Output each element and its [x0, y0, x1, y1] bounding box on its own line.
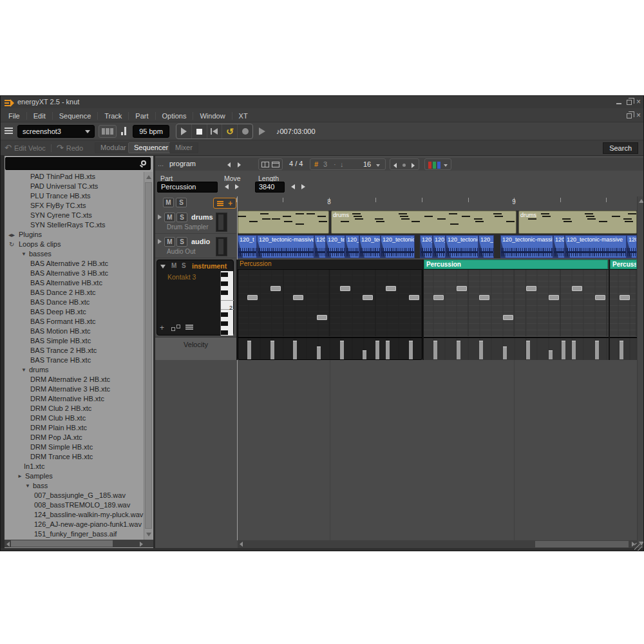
audio-clip[interactable]: 120_t: [345, 235, 359, 258]
move-right-icon[interactable]: [235, 184, 239, 189]
browser-item[interactable]: BAS Trance 2 HB.xtc: [5, 346, 144, 355]
doc-restore-button[interactable]: [627, 113, 632, 118]
velocity-bar[interactable]: [503, 346, 507, 359]
browser-item[interactable]: SFX FlyBy TC.xts: [5, 201, 144, 211]
close-button[interactable]: ×: [636, 98, 641, 106]
midi-note[interactable]: [317, 315, 327, 320]
browser-item[interactable]: BAS Dance 2 HB.xtc: [5, 288, 144, 298]
program-label[interactable]: program: [169, 160, 196, 167]
undo-icon[interactable]: ↶: [5, 143, 12, 153]
browser-item[interactable]: DRM Simple HB.xtc: [5, 442, 144, 452]
velocity-bar[interactable]: [572, 341, 576, 359]
color-dropdown-icon[interactable]: [444, 164, 448, 167]
midi-note[interactable]: [457, 286, 467, 291]
audio-clip[interactable]: 120_tectonic-massive: [565, 235, 627, 258]
length-decrease-icon[interactable]: [291, 184, 295, 189]
audio-clip[interactable]: 120_tectonic: [446, 235, 478, 258]
part-header[interactable]: Percussion: [424, 260, 608, 269]
midi-note[interactable]: [340, 286, 350, 291]
length-input[interactable]: 3840: [255, 182, 285, 193]
part-header[interactable]: Percussion: [610, 260, 637, 269]
level-meter-icon[interactable]: [121, 126, 126, 135]
midi-clip-drums[interactable]: [238, 211, 329, 234]
track-name[interactable]: drums: [191, 213, 213, 221]
bpm-display[interactable]: 95 bpm: [133, 125, 169, 138]
restore-button[interactable]: [627, 100, 632, 105]
program-next-icon[interactable]: [238, 162, 241, 167]
search-button[interactable]: Search: [603, 142, 638, 154]
browser-item[interactable]: ◂▸Plugins: [5, 230, 144, 240]
audio-clip[interactable]: 120_tect: [359, 235, 381, 258]
arrange-horizontal-scrollbar[interactable]: [238, 540, 637, 548]
browser-item[interactable]: DRM Club HB.xtc: [5, 413, 144, 423]
audio-clip[interactable]: 120: [627, 235, 637, 258]
midi-note[interactable]: [549, 295, 559, 300]
snap-arrow-icon[interactable]: ↓: [340, 160, 344, 168]
record-button[interactable]: [238, 124, 252, 138]
browser-vertical-scrollbar[interactable]: [144, 172, 153, 540]
velocity-bar[interactable]: [293, 341, 297, 359]
velocity-bar[interactable]: [247, 341, 251, 359]
midi-note[interactable]: [293, 295, 303, 300]
midi-note[interactable]: [386, 286, 396, 291]
midi-note[interactable]: [247, 295, 258, 300]
browser-item[interactable]: 126_AJ-new-age-piano-funk1.wav: [5, 520, 144, 529]
browser-item[interactable]: BAS Formant HB.xtc: [5, 317, 144, 327]
audio-clip[interactable]: 120_tectonic-massive: [500, 235, 553, 258]
instrument-plugin-name[interactable]: Kontakt 3: [167, 273, 196, 281]
browser-item[interactable]: ▼drums: [5, 365, 144, 375]
mute-button[interactable]: M: [164, 213, 175, 222]
audio-clip[interactable]: 120: [553, 235, 565, 258]
midi-note[interactable]: [433, 295, 444, 300]
browser-item[interactable]: 124_bassline-walkin-my-pluck.wav: [5, 510, 144, 520]
track-header-instrument[interactable]: M S instrument Kontakt 3 2 +: [156, 260, 234, 336]
rewind-button[interactable]: [207, 124, 223, 138]
browser-item[interactable]: SYN Cyrene TC.xts: [5, 211, 144, 220]
browser-item[interactable]: DRM Pop JA.xtc: [5, 433, 144, 442]
velocity-bar[interactable]: [409, 341, 413, 359]
minimize-button[interactable]: [616, 99, 622, 105]
velocity-bar[interactable]: [386, 341, 390, 359]
resize-grip[interactable]: [634, 543, 642, 551]
menu-item-edit[interactable]: Edit: [27, 112, 53, 120]
track-output[interactable]: Audio Out: [167, 248, 195, 255]
audio-clip[interactable]: 120_t: [420, 235, 433, 258]
track-name[interactable]: audio: [191, 238, 210, 245]
virtual-keyboard-button[interactable]: [99, 125, 117, 138]
browser-item[interactable]: PAD Universal TC.xts: [5, 182, 144, 191]
length-increase-icon[interactable]: [301, 184, 305, 189]
velocity-bar[interactable]: [375, 341, 379, 359]
mute-button[interactable]: M: [164, 237, 175, 247]
track-header-audio[interactable]: M S audio Audio Out: [155, 235, 236, 258]
move-left-icon[interactable]: [225, 184, 229, 189]
color-tool[interactable]: [424, 158, 451, 170]
menu-item-xt[interactable]: XT: [232, 112, 254, 120]
midi-note[interactable]: [595, 295, 605, 300]
browser-item[interactable]: DRM Alternative 2 HB.xtc: [5, 375, 144, 384]
browser-item[interactable]: 008_bassTREMOLO_189.wav: [5, 500, 144, 510]
options-icon[interactable]: [185, 325, 193, 330]
audio-clip[interactable]: 120_tectonic-massive: [257, 235, 314, 258]
midi-note[interactable]: [620, 295, 630, 300]
doc-close-button[interactable]: ×: [636, 111, 641, 119]
chevron-down-icon[interactable]: ▼: [21, 249, 26, 259]
play-button[interactable]: [176, 124, 192, 138]
midi-note[interactable]: [270, 286, 281, 291]
tab-modular[interactable]: Modular: [95, 142, 132, 153]
browser-item[interactable]: DRM Alternative HB.xtc: [5, 394, 144, 404]
browser-item[interactable]: DRM Plain HB.xtc: [5, 423, 144, 433]
browser-horizontal-scrollbar[interactable]: [5, 540, 153, 547]
velocity-bar[interactable]: [620, 341, 623, 359]
browser-item[interactable]: BAS Dance HB.xtc: [5, 298, 144, 307]
audio-clip[interactable]: 120_t: [238, 235, 257, 258]
menu-item-file[interactable]: File: [2, 112, 27, 120]
add-track-button[interactable]: +: [213, 198, 236, 209]
scroll-down-icon[interactable]: [146, 533, 151, 536]
velocity-bar[interactable]: [595, 341, 599, 359]
audio-clip[interactable]: 120_tectonic: [381, 235, 415, 258]
black-key[interactable]: [221, 281, 228, 286]
part-name-input[interactable]: Percussion: [157, 182, 218, 193]
expand-icon[interactable]: [158, 239, 162, 244]
audio-clip[interactable]: 120_t: [478, 235, 494, 258]
grid-resolution[interactable]: 16: [363, 160, 371, 168]
